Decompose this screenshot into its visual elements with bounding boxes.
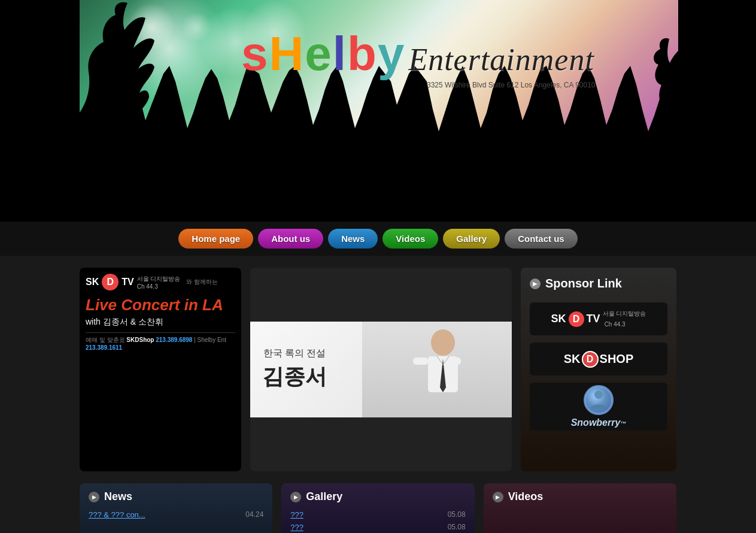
concert-title: Live Concert in LA (86, 296, 235, 314)
sponsor-skdtv[interactable]: SK D TV 서울 디지털방송 Ch 44.3 (530, 302, 667, 335)
banner: sHelby Entertainment 3325 Wilshire Blvd … (0, 0, 756, 222)
sponsor-header: ▶ Sponsor Link (530, 277, 667, 290)
news-item-1: ??? & ??? con... 04.24 (89, 510, 263, 519)
gallery-card-header: ▶ Gallery (290, 490, 465, 503)
sp-skdtv-sub: 서울 디지털방송 (603, 310, 646, 318)
sp-skdshop-name: SHOP (600, 352, 634, 366)
hand-silhouette-left (80, 0, 181, 210)
svg-point-8 (594, 390, 603, 399)
news-item-1-text[interactable]: ??? & ??? con... (89, 510, 145, 519)
artist-image-panel: 한국 록의 전설 김종서 (250, 268, 512, 471)
gallery-item-1-date: 05.08 (448, 510, 466, 519)
news-card-title: News (104, 490, 132, 503)
sp-skdshop-d: D (582, 351, 599, 368)
logo-entertainment: Entertainment (408, 42, 594, 77)
bokeh-2 (181, 12, 211, 42)
nav-bar: Home page About us News Videos Gallery C… (0, 222, 756, 256)
gallery-card: ▶ Gallery ??? 05.08 ??? 05.08 (281, 483, 474, 533)
sp-skdtv-d: D (569, 311, 584, 327)
sponsor-title: Sponsor Link (545, 277, 622, 290)
concert-shelby-name: Shelby Ent (198, 337, 226, 343)
concert-footer: 예매 및 맞춘표 SKDShop 213.389.6898 | Shelby E… (86, 332, 235, 351)
banner-background: sHelby Entertainment 3325 Wilshire Blvd … (80, 0, 678, 222)
snowberry-icon (584, 385, 614, 415)
concert-shelby-phone: 213.389.1611 (86, 344, 122, 351)
svg-rect-4 (446, 358, 461, 365)
skdtv-desc: 와 함께하는 (186, 278, 218, 286)
nav-videos-button[interactable]: Videos (382, 229, 438, 249)
hand-silhouette-right (606, 30, 678, 222)
bottom-panels: ▶ News ??? & ??? con... 04.24 ▶ Gallery … (0, 483, 756, 533)
sponsor-snowberry[interactable]: Snowberry ™ (530, 383, 667, 431)
sponsor-skdshop[interactable]: SK D SHOP (530, 343, 667, 375)
concert-skdshop: SKDShop (126, 337, 154, 343)
nav-homepage-button[interactable]: Home page (178, 229, 253, 249)
news-card-header: ▶ News (89, 490, 263, 503)
nav-contact-button[interactable]: Contact us (505, 229, 578, 249)
artist-name-ko-sub: 한국 록의 전설 (262, 347, 327, 360)
skdtv-sk: SK (86, 277, 99, 287)
videos-card-header: ▶ Videos (493, 490, 667, 503)
videos-card-icon: ▶ (493, 492, 503, 502)
news-card: ▶ News ??? & ??? con... 04.24 (80, 483, 272, 533)
snowberry-name: Snowberry (571, 417, 621, 428)
concert-promo-panel: SK D TV 서울 디지털방송 Ch 44.3 와 함께하는 Live Con… (80, 268, 241, 471)
concert-skdshop-phone: 213.389.6898 (156, 337, 192, 343)
sp-skdtv-sk: SK (551, 313, 566, 325)
videos-card: ▶ Videos (484, 483, 676, 533)
concert-sponsor-label: 예매 및 맞춘표 (86, 337, 125, 343)
skdtv-tv: TV (122, 277, 133, 287)
svg-rect-3 (413, 358, 428, 365)
skdtv-ch: Ch 44.3 (137, 283, 181, 290)
skdtv-d-circle: D (102, 274, 119, 290)
sp-skdtv-tv: TV (587, 313, 600, 325)
nav-gallery-button[interactable]: Gallery (443, 229, 500, 249)
artist-main-name: 김종서 (262, 362, 327, 392)
gallery-item-1-text[interactable]: ??? (290, 510, 303, 519)
artist-photo-area (362, 322, 512, 417)
news-item-1-date: 04.24 (245, 510, 263, 519)
news-card-icon: ▶ (89, 492, 99, 502)
gallery-item-2: ??? 05.08 (290, 523, 465, 532)
main-content: SK D TV 서울 디지털방송 Ch 44.3 와 함께하는 Live Con… (0, 256, 756, 483)
skdtv-sub: 서울 디지털방송 (137, 275, 181, 283)
concert-subtitle: with 김종서 & 소찬휘 (86, 317, 235, 328)
nav-news-button[interactable]: News (328, 229, 378, 249)
svg-point-0 (431, 329, 455, 356)
nav-aboutus-button[interactable]: About us (258, 229, 323, 249)
gallery-item-2-date: 05.08 (448, 523, 466, 532)
logo-address: 3325 Wilshire Blvd Suite 612 Los Angeles… (427, 81, 596, 89)
videos-card-title: Videos (508, 490, 544, 503)
gallery-item-1: ??? 05.08 (290, 510, 465, 519)
snowberry-tm: ™ (620, 420, 626, 427)
gallery-card-title: Gallery (306, 490, 342, 503)
sp-skdtv-ch: Ch 44.3 (605, 321, 626, 328)
gallery-item-2-text[interactable]: ??? (290, 523, 303, 532)
gallery-card-icon: ▶ (290, 492, 301, 502)
sponsor-panel: ▶ Sponsor Link SK D TV 서울 디지털방송 Ch 44.3 … (521, 268, 676, 471)
logo-shelby: sHelby (241, 30, 405, 78)
sp-skdshop-sk: SK (564, 352, 581, 366)
site-logo: sHelby Entertainment 3325 Wilshire Blvd … (241, 30, 596, 89)
sponsor-arrow-icon: ▶ (530, 278, 541, 289)
skdtv-logo: SK D TV 서울 디지털방송 Ch 44.3 와 함께하는 (86, 274, 235, 290)
artist-image: 한국 록의 전설 김종서 (250, 322, 512, 417)
